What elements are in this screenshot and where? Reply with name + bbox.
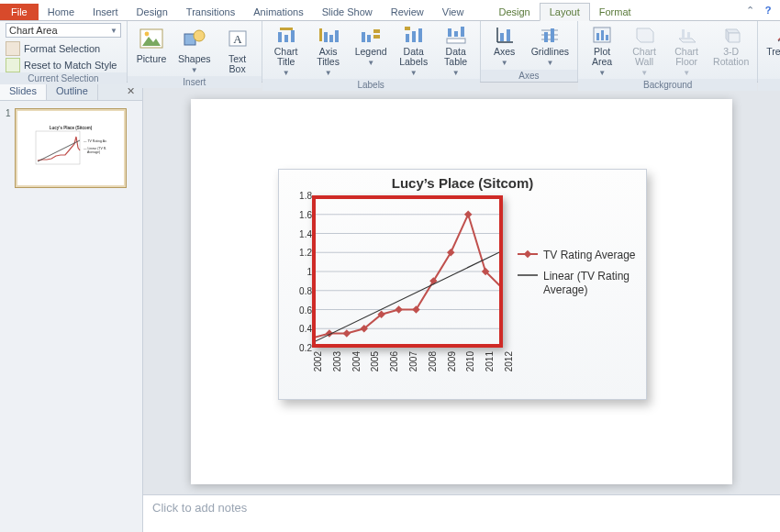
- svg-rect-24: [454, 31, 458, 37]
- tab-home[interactable]: Home: [39, 4, 84, 20]
- editor-area: Lucy’s Place (Sitcom) 0.20.40.60.811.21.…: [143, 83, 780, 532]
- reset-style-label: Reset to Match Style: [24, 60, 117, 71]
- svg-rect-22: [405, 27, 410, 30]
- panel-tab-outline[interactable]: Outline: [47, 83, 98, 100]
- picture-button[interactable]: Picture: [133, 23, 170, 66]
- legend[interactable]: TV Rating Average Linear (TV Rating Aver…: [518, 249, 639, 305]
- group-label: Analysis: [758, 79, 780, 91]
- svg-point-4: [194, 30, 205, 41]
- chart-floor-button[interactable]: Chart Floor▼: [668, 23, 705, 79]
- svg-rect-23: [448, 28, 451, 37]
- format-selection-button[interactable]: Format Selection: [6, 41, 121, 56]
- tool-tab-design[interactable]: Design: [489, 4, 539, 20]
- data-table-button[interactable]: Data Table▼: [438, 23, 474, 79]
- group-background: Plot Area▼ Chart Wall▼ Chart Floor▼ 3-D …: [578, 21, 758, 82]
- chart-floor-icon: [676, 25, 696, 45]
- tab-file[interactable]: File: [0, 4, 39, 20]
- axes-button[interactable]: Axes▼: [486, 23, 523, 69]
- plot-area-icon: [592, 25, 612, 45]
- svg-rect-26: [447, 39, 465, 43]
- svg-rect-39: [606, 35, 608, 40]
- gridlines-icon: [540, 25, 560, 45]
- legend-trend-label: Linear (TV Rating Average): [543, 270, 639, 297]
- gridlines-button[interactable]: Gridlines▼: [529, 23, 572, 69]
- trendline-button[interactable]: Trendline▼: [763, 23, 780, 69]
- textbox-icon: A: [224, 25, 251, 52]
- svg-text:Lucy's Place (Sitcom): Lucy's Place (Sitcom): [49, 126, 92, 130]
- menu-tabs: File Home Insert Design Transitions Anim…: [0, 0, 780, 21]
- tab-review[interactable]: Review: [382, 4, 433, 20]
- picture-icon: [138, 25, 165, 52]
- legend-icon: [361, 25, 381, 45]
- selection-highlight: [312, 195, 503, 348]
- plot-area-button[interactable]: Plot Area▼: [584, 23, 620, 79]
- svg-text:— TV Rating Av.: — TV Rating Av.: [84, 139, 107, 143]
- svg-rect-8: [278, 32, 282, 42]
- chart-element-combo[interactable]: Chart Area ▼: [6, 23, 121, 38]
- svg-rect-12: [324, 32, 328, 42]
- svg-rect-14: [335, 30, 339, 42]
- slide[interactable]: Lucy’s Place (Sitcom) 0.20.40.60.811.21.…: [191, 99, 732, 484]
- slide-canvas[interactable]: Lucy’s Place (Sitcom) 0.20.40.60.811.21.…: [143, 83, 780, 494]
- svg-rect-29: [500, 33, 504, 41]
- notes-pane[interactable]: Click to add notes: [143, 494, 780, 532]
- rotation-button[interactable]: 3-D Rotation: [710, 23, 752, 69]
- ribbon-minimize-icon[interactable]: ⌃: [743, 4, 756, 17]
- reset-style-button[interactable]: Reset to Match Style: [6, 58, 121, 72]
- svg-marker-41: [679, 39, 696, 42]
- svg-rect-10: [291, 30, 295, 42]
- data-labels-button[interactable]: Data Labels▼: [396, 23, 432, 79]
- format-selection-icon: [6, 41, 20, 56]
- svg-rect-37: [596, 33, 599, 40]
- chevron-down-icon: ▼: [110, 27, 117, 35]
- tab-animations[interactable]: Animations: [244, 4, 312, 20]
- svg-rect-38: [601, 30, 604, 40]
- tool-tab-format[interactable]: Format: [590, 4, 641, 20]
- axes-icon: [495, 25, 515, 45]
- shapes-button[interactable]: Shapes▼: [175, 23, 214, 76]
- svg-rect-34: [544, 32, 548, 42]
- svg-text:A: A: [233, 32, 242, 46]
- legend-item-trend: Linear (TV Rating Average): [518, 270, 639, 297]
- svg-rect-43: [687, 32, 690, 39]
- chart-wall-button[interactable]: Chart Wall▼: [626, 23, 663, 79]
- panel-tab-slides[interactable]: Slides: [0, 83, 47, 100]
- group-current-selection: Chart Area ▼ Format Selection Reset to M…: [0, 21, 128, 82]
- format-selection-label: Format Selection: [24, 43, 100, 54]
- textbox-button[interactable]: AText Box: [219, 23, 256, 76]
- slide-panel: Slides Outline ✕ 1 Lucy's Place (Sitcom)…: [0, 83, 143, 532]
- group-label: Current Selection: [0, 72, 127, 84]
- tab-design[interactable]: Design: [128, 4, 177, 20]
- axis-titles-icon: [318, 25, 339, 45]
- svg-rect-9: [284, 35, 288, 42]
- plot-area[interactable]: [312, 195, 503, 348]
- slide-thumbnail[interactable]: 1 Lucy's Place (Sitcom) — TV Rating Av.—…: [6, 108, 137, 188]
- rotation-icon: [721, 25, 741, 45]
- tab-slideshow[interactable]: Slide Show: [313, 4, 382, 20]
- svg-rect-7: [280, 28, 293, 30]
- chart-object[interactable]: Lucy’s Place (Sitcom) 0.20.40.60.811.21.…: [278, 169, 647, 400]
- group-analysis: Trendline▼ Lines▼ Up/Down Bars▼ Error Ba…: [758, 21, 780, 82]
- group-labels: Chart Title▼ Axis Titles▼ Legend▼ Data L…: [262, 21, 481, 82]
- tab-insert[interactable]: Insert: [84, 4, 128, 20]
- trendline-icon: [776, 25, 780, 45]
- svg-rect-19: [406, 34, 409, 42]
- svg-rect-42: [682, 29, 685, 39]
- svg-rect-11: [319, 28, 322, 41]
- svg-rect-18: [373, 35, 380, 39]
- slide-number: 1: [6, 108, 11, 118]
- svg-rect-87: [524, 250, 531, 258]
- chart-title-icon: [276, 25, 296, 45]
- legend-button[interactable]: Legend▼: [352, 23, 390, 69]
- tab-view[interactable]: View: [433, 4, 474, 20]
- axis-titles-button[interactable]: Axis Titles▼: [310, 23, 347, 79]
- tab-transitions[interactable]: Transitions: [177, 4, 244, 20]
- help-icon[interactable]: ?: [762, 4, 774, 17]
- tool-tab-layout[interactable]: Layout: [540, 3, 590, 21]
- svg-marker-40: [637, 28, 653, 42]
- svg-rect-30: [507, 29, 510, 41]
- svg-rect-17: [373, 29, 380, 33]
- chart-title-button[interactable]: Chart Title▼: [268, 23, 305, 79]
- group-insert: Picture Shapes▼ AText Box Insert: [128, 21, 262, 82]
- x-axis-ticks: 2002200320042005200620072008200920102011…: [312, 351, 503, 392]
